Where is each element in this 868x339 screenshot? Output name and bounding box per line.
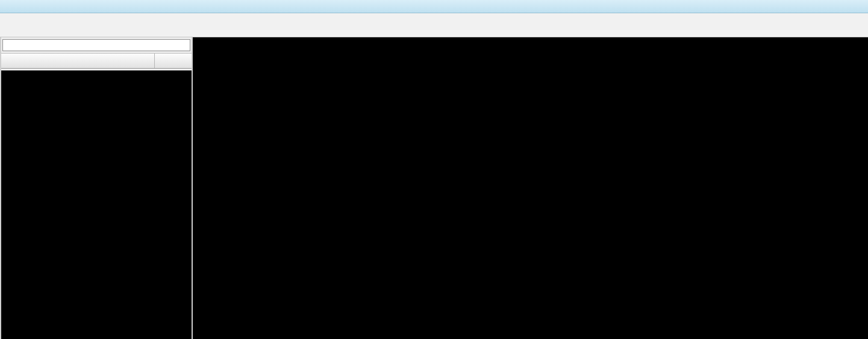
- main-content: [0, 37, 868, 339]
- waveform-canvas[interactable]: [193, 70, 868, 339]
- panel-header-area: [1, 37, 192, 70]
- ila-status-box: [2, 39, 190, 51]
- toolbar: [0, 13, 868, 37]
- waveform-window: [0, 0, 868, 339]
- window-titlebar: [0, 0, 868, 13]
- time-ruler[interactable]: [193, 37, 868, 70]
- signal-panel: [0, 37, 193, 339]
- columns-header: [1, 53, 192, 69]
- signal-list: [1, 70, 192, 339]
- waveform-area: [193, 37, 868, 339]
- value-column-header[interactable]: [154, 54, 192, 68]
